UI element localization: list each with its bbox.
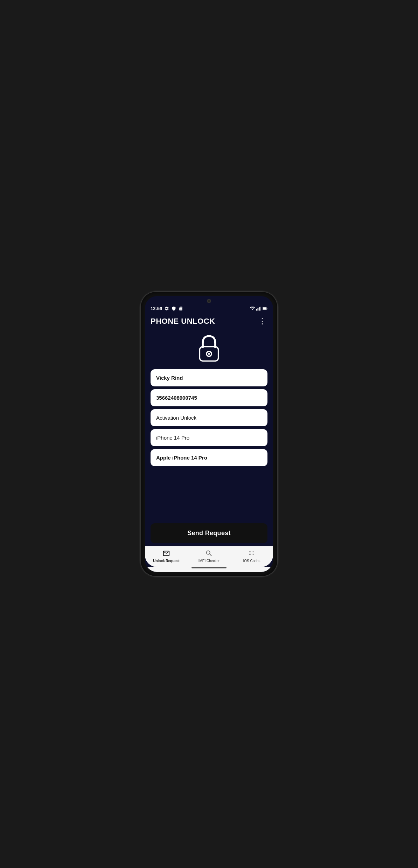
- imei-checker-icon: [205, 549, 213, 558]
- svg-rect-6: [267, 308, 267, 309]
- service-field[interactable]: Activation Unlock: [151, 409, 267, 426]
- app-title: PHONE UNLOCK: [151, 317, 215, 326]
- status-bar: 12:59: [145, 304, 273, 313]
- svg-point-9: [208, 353, 210, 355]
- send-request-button[interactable]: Send Request: [151, 523, 267, 543]
- ios-codes-label: IOS Codes: [243, 559, 260, 563]
- device-field[interactable]: Apple iPhone 14 Pro: [151, 449, 267, 466]
- form-section: Vicky Rind 35662408900745 Activation Unl…: [145, 369, 273, 519]
- sim-icon: [178, 306, 183, 311]
- status-right: [250, 306, 267, 311]
- nav-ios-codes[interactable]: IOS Codes: [230, 549, 273, 563]
- status-time: 12:59: [151, 306, 162, 311]
- app-header: PHONE UNLOCK ⋮: [145, 313, 273, 329]
- phone-frame: 12:59: [141, 292, 277, 576]
- unlock-request-icon: [162, 549, 170, 558]
- lock-icon-area: [145, 329, 273, 369]
- lock-icon: [195, 334, 223, 362]
- nav-imei-checker[interactable]: IMEI Checker: [188, 549, 230, 563]
- signal-icon: [256, 306, 261, 311]
- nav-unlock-request[interactable]: Unlock Request: [145, 549, 188, 563]
- svg-rect-2: [259, 307, 260, 310]
- battery-icon: [263, 306, 267, 311]
- shield-icon: [171, 306, 176, 311]
- phone-top-bar: [145, 296, 273, 304]
- settings-icon: [164, 306, 169, 311]
- unlock-request-label: Unlock Request: [153, 559, 180, 563]
- svg-rect-5: [263, 308, 266, 309]
- name-field[interactable]: Vicky Rind: [151, 369, 267, 386]
- bottom-nav: Unlock Request IMEI Checker IOS Codes: [145, 546, 273, 567]
- svg-rect-0: [256, 309, 257, 311]
- ios-codes-icon: [248, 549, 256, 558]
- status-left: 12:59: [151, 306, 183, 311]
- home-indicator: [191, 567, 227, 568]
- imei-checker-label: IMEI Checker: [198, 559, 220, 563]
- camera: [207, 299, 211, 303]
- wifi-icon: [250, 306, 255, 311]
- model-field[interactable]: iPhone 14 Pro: [151, 429, 267, 446]
- phone-screen: 12:59: [145, 296, 273, 572]
- svg-rect-1: [258, 308, 259, 310]
- menu-button[interactable]: ⋮: [257, 315, 267, 327]
- svg-rect-3: [260, 307, 261, 310]
- imei-field[interactable]: 35662408900745: [151, 389, 267, 406]
